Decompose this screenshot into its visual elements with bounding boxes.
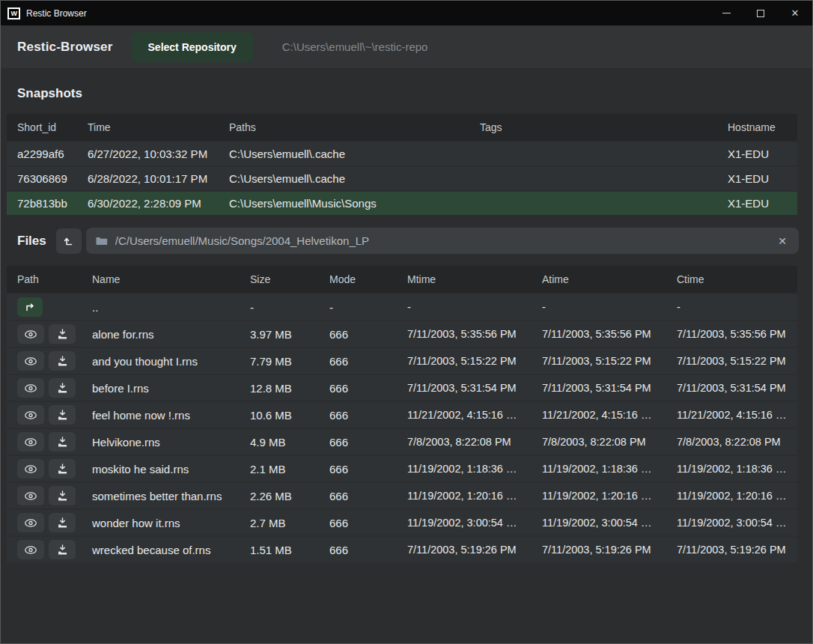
- download-file-button[interactable]: [49, 378, 76, 398]
- column-header-size: Size: [250, 273, 329, 285]
- files-section-title: Files: [17, 234, 46, 249]
- preview-file-button[interactable]: [17, 513, 44, 532]
- file-atime: 7/11/2003, 5:35:56 PM: [542, 328, 677, 340]
- file-atime: 11/21/2002, 4:15:16 …: [542, 409, 677, 421]
- eye-icon: [24, 518, 37, 528]
- file-name: and you thought I.rns: [92, 355, 250, 368]
- file-name: wrecked because of.rns: [92, 544, 250, 556]
- file-mtime: 11/19/2002, 1:20:16 …: [407, 490, 542, 502]
- close-icon: ✕: [791, 8, 800, 18]
- download-icon: [57, 464, 68, 474]
- file-row[interactable]: wonder how it.rns 2.7 MB 666 11/19/2002,…: [7, 510, 797, 535]
- preview-file-button[interactable]: [17, 459, 44, 479]
- arrow-up-right-icon: [24, 302, 36, 312]
- file-mtime: 7/8/2003, 8:22:08 PM: [407, 436, 542, 448]
- preview-file-button[interactable]: [17, 324, 44, 344]
- file-size: 4.9 MB: [250, 436, 329, 449]
- file-row-actions: [17, 405, 92, 425]
- file-row-actions: [17, 324, 92, 344]
- file-name: sometimes better than.rns: [92, 490, 250, 502]
- file-row[interactable]: Helvikone.rns 4.9 MB 666 7/8/2003, 8:22:…: [7, 429, 797, 455]
- preview-file-button[interactable]: [17, 540, 44, 559]
- snapshot-time: 6/30/2022, 2:28:09 PM: [88, 197, 229, 210]
- download-file-button[interactable]: [49, 324, 76, 344]
- file-mode: 666: [329, 544, 407, 556]
- level-up-button[interactable]: [56, 228, 82, 254]
- titlebar-left: W Restic Browser: [1, 7, 87, 19]
- column-header-atime: Atime: [542, 273, 677, 285]
- file-row-actions: [17, 486, 92, 505]
- wails-logo-icon: W: [7, 7, 20, 19]
- snapshot-time: 6/27/2022, 10:03:32 PM: [88, 148, 229, 160]
- file-atime: 11/19/2002, 3:00:54 …: [542, 517, 677, 529]
- file-row[interactable]: before I.rns 12.8 MB 666 7/11/2003, 5:31…: [7, 375, 797, 401]
- column-header-ctime: Ctime: [677, 273, 797, 285]
- snapshots-table-body: a2299af6 6/27/2022, 10:03:32 PM C:\Users…: [7, 142, 797, 215]
- snapshot-row[interactable]: 72b813bb 6/30/2022, 2:28:09 PM C:\Users\…: [7, 192, 797, 215]
- window-title: Restic Browser: [26, 8, 87, 19]
- window-controls: ✕: [709, 1, 812, 25]
- file-row[interactable]: feel home now !.rns 10.6 MB 666 11/21/20…: [7, 402, 797, 428]
- file-ctime: 7/11/2003, 5:35:56 PM: [677, 328, 797, 340]
- eye-icon: [24, 464, 37, 474]
- files-table: Path Name Size Mode Mtime Atime Ctime ..…: [7, 266, 797, 564]
- file-size: 10.6 MB: [250, 409, 329, 422]
- file-row[interactable]: moskito he said.rns 2.1 MB 666 11/19/200…: [7, 456, 797, 482]
- snapshot-hostname: X1-EDU: [728, 148, 797, 160]
- minimize-button[interactable]: [709, 1, 743, 25]
- file-row[interactable]: alone for.rns 3.97 MB 666 7/11/2003, 5:3…: [7, 321, 797, 347]
- preview-file-button[interactable]: [17, 432, 44, 452]
- file-size: 12.8 MB: [250, 382, 329, 395]
- files-table-body: alone for.rns 3.97 MB 666 7/11/2003, 5:3…: [7, 321, 797, 562]
- level-up-icon: [63, 235, 75, 247]
- preview-file-button[interactable]: [17, 486, 44, 505]
- parent-directory-row[interactable]: .. - - - - -: [7, 294, 797, 320]
- file-name: before I.rns: [92, 382, 250, 395]
- snapshot-paths: C:\Users\emuell\.cache: [229, 148, 480, 160]
- snapshot-row[interactable]: 76306869 6/28/2022, 10:01:17 PM C:\Users…: [7, 167, 797, 190]
- file-size: 2.26 MB: [250, 490, 329, 502]
- download-file-button[interactable]: [49, 513, 76, 532]
- download-icon: [57, 383, 68, 393]
- toolbar: Restic-Browser Select Repository C:\User…: [1, 25, 812, 68]
- column-header-mtime: Mtime: [407, 273, 542, 285]
- snapshot-hostname: X1-EDU: [728, 197, 797, 210]
- snapshot-paths: C:\Users\emuell\Music\Songs: [229, 197, 480, 210]
- file-size: 3.97 MB: [250, 328, 329, 341]
- download-file-button[interactable]: [49, 540, 76, 559]
- preview-file-button[interactable]: [17, 378, 44, 398]
- file-size: -: [250, 301, 329, 314]
- preview-file-button[interactable]: [17, 405, 44, 425]
- file-row-actions: [17, 513, 92, 532]
- file-row[interactable]: wrecked because of.rns 1.51 MB 666 7/11/…: [7, 537, 797, 562]
- file-mtime: 7/11/2003, 5:15:22 PM: [407, 355, 542, 367]
- select-repository-button[interactable]: Select Repository: [131, 32, 254, 62]
- eye-icon: [24, 491, 37, 501]
- download-icon: [57, 490, 68, 501]
- download-icon: [57, 329, 68, 339]
- file-row[interactable]: sometimes better than.rns 2.26 MB 666 11…: [7, 483, 797, 508]
- maximize-icon: [757, 10, 764, 17]
- file-name: moskito he said.rns: [92, 463, 250, 476]
- file-row[interactable]: and you thought I.rns 7.79 MB 666 7/11/2…: [7, 348, 797, 374]
- download-file-button[interactable]: [49, 486, 76, 505]
- go-up-button[interactable]: [17, 297, 43, 317]
- column-header-short-id: Short_id: [17, 121, 88, 133]
- file-mode: 666: [329, 409, 407, 422]
- download-file-button[interactable]: [49, 432, 76, 452]
- clear-path-button[interactable]: ✕: [775, 234, 790, 249]
- maximize-button[interactable]: [743, 1, 778, 25]
- file-path-value: /C/Users/emuell/Music/Songs/2004_Helveti…: [115, 234, 768, 247]
- file-mode: 666: [329, 490, 407, 502]
- file-row-actions: [17, 432, 92, 452]
- file-ctime: 7/11/2003, 5:15:22 PM: [677, 355, 797, 367]
- download-file-button[interactable]: [49, 351, 76, 371]
- file-name: wonder how it.rns: [92, 517, 250, 529]
- download-file-button[interactable]: [49, 459, 76, 479]
- repository-path: C:\Users\emuell\~\restic-repo: [282, 40, 428, 53]
- file-path-input[interactable]: /C/Users/emuell/Music/Songs/2004_Helveti…: [86, 228, 799, 254]
- snapshot-row[interactable]: a2299af6 6/27/2022, 10:03:32 PM C:\Users…: [7, 142, 797, 165]
- download-file-button[interactable]: [49, 405, 76, 425]
- preview-file-button[interactable]: [17, 351, 44, 371]
- close-button[interactable]: ✕: [778, 1, 812, 25]
